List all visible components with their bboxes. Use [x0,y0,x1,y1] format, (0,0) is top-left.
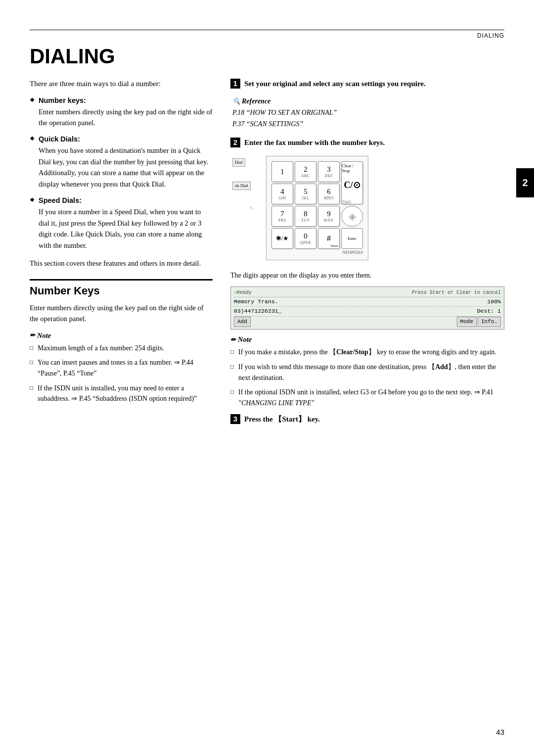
display-row-1: ○Ready Press Start or Clear to cancel [234,289,501,297]
note-heading-right: ✏ Note [230,335,504,344]
key-clear-stop[interactable]: Clear / Stop C/⊙ [341,161,363,204]
display-soft-buttons: Add [234,317,251,328]
reference-icon: 🔍 [232,97,240,105]
left-column: There are three main ways to dial a numb… [30,78,213,424]
right-note-item-2: If the optional ISDN unit is installed, … [230,387,504,408]
key-start[interactable]: Start ◈ [341,206,363,227]
display-press-start: Press Start or Clear to cancel [412,289,501,297]
step2-heading: 2 Enter the fax number with the number k… [230,137,504,148]
key-2[interactable]: 2ABC [295,161,316,182]
page-title: DIALING [30,45,504,68]
keypad-grid: 1 2ABC 3DEF Clear / Stop C/⊙ 4GHI 5JKL 6… [271,161,363,249]
key-4[interactable]: 4GHI [271,184,293,204]
keypad-container: 1 2ABC 3DEF Clear / Stop C/⊙ 4GHI 5JKL 6… [266,156,368,260]
step2-text: Enter the fax number with the number key… [244,137,385,148]
bullet-title-quick-dials: Quick Dials: [30,135,213,143]
display-row-4: Add Mode Info. [234,317,501,328]
note-icon-right: ✏ [230,336,236,344]
bullet-speed-dials: Speed Dials: If you store a number in a … [30,196,213,251]
step3-block: 3 Press the 【Start】 key. [230,414,504,424]
key-8[interactable]: 8TUV [295,206,316,227]
bullet-title-speed-dials: Speed Dials: [30,196,213,204]
intro-text: There are three main ways to dial a numb… [30,78,213,90]
step1-block: 1 Set your original and select any scan … [230,78,504,90]
keypad-label-dial: Dial [232,158,245,167]
bullet-body-quick-dials: When you have stored a destination's num… [30,145,213,189]
step3-text: Press the 【Start】 key. [244,415,320,424]
display-number: 03)4471226231_ [234,307,282,316]
number-keys-section-title: Number Keys [30,284,213,297]
key-0[interactable]: 0QPER [295,228,316,249]
right-note-item-0: If you make a mistake, press the 【Clear/… [230,347,504,358]
reference-block: 🔍 Reference P.18 “HOW TO SET AN ORIGINAL… [230,97,504,129]
page-number: 43 [496,728,504,736]
key-6[interactable]: 6MNO [318,184,340,204]
keypad-note: ND3P02E0 [271,250,363,255]
bullet-number-keys: Number keys: Enter numbers directly usin… [30,96,213,129]
step3-number: 3 [230,414,240,424]
step1-number: 1 [230,79,240,89]
number-keys-section: Number Keys Enter numbers directly using… [30,279,213,404]
reference-heading: 🔍 Reference [232,97,504,105]
chapter-tab: 2 [516,168,534,197]
key-1[interactable]: 1 [271,161,293,182]
reference-item-0: P.18 “HOW TO SET AN ORIGINAL” [232,107,504,118]
display-dest: Dest: 1 [477,307,501,316]
bullet-title-number-keys: Number keys: [30,96,213,104]
header-section-label: DIALING [477,32,504,39]
display-row-2: Memory Trans. 100% [234,297,501,307]
bullet-body-number-keys: Enter numbers directly using the key pad… [30,106,213,129]
display-ready: ○Ready [234,289,252,297]
key-enter[interactable]: Enter [341,228,363,249]
key-7[interactable]: 7PRS [271,206,293,227]
soft-btn-mode[interactable]: Mode [457,317,477,328]
reference-item-1: P.37 “SCAN SETTINGS” [232,119,504,129]
display-screen: ○Ready Press Start or Clear to cancel Me… [230,286,504,330]
soft-btn-add[interactable]: Add [234,317,251,328]
bullet-quick-dials: Quick Dials: When you have stored a dest… [30,135,213,189]
display-row-3: 03)4471226231_ Dest: 1 [234,307,501,316]
key-5[interactable]: 5JKL [295,184,316,204]
note-item-left-2: If the ISDN unit is installed, you may n… [30,383,213,404]
note-icon-left: ✏ [30,331,35,339]
right-column: 1 Set your original and select any scan … [230,78,504,424]
key-hash[interactable]: #Enter [318,228,340,249]
keypad-label-qdial: ok Dial [232,182,251,190]
key-star[interactable]: ✱/★ [271,228,293,249]
step2-block: 2 Enter the fax number with the number k… [230,137,504,148]
note-item-left-1: You can insert pauses and tones in a fax… [30,357,213,378]
section-note: This section covers these features and o… [30,258,213,269]
right-note-item-1: If you wish to send this message to more… [230,362,504,383]
soft-btn-info[interactable]: Info. [478,317,501,328]
two-column-layout: There are three main ways to dial a numb… [30,78,504,424]
digits-text: The digits appear on the display as you … [230,270,504,281]
step1-text: Set your original and select any scan se… [244,78,426,90]
display-memory-trans: Memory Trans. [234,297,278,306]
bullet-body-speed-dials: If you store a number in a Speed Dial, w… [30,206,213,251]
keypad-wrapper: Dial ok Dial / . 1 2ABC 3DEF Clear / Sto… [266,156,504,266]
key-3[interactable]: 3DEF [318,161,340,182]
keypad-label-slash: / . [250,205,254,210]
display-soft-buttons-right: Mode Info. [457,317,501,328]
header-bar: DIALING [30,30,504,39]
step1-heading: 1 Set your original and select any scan … [230,78,504,90]
note-item-left-0: Maximum length of a fax number: 254 digi… [30,343,213,354]
number-keys-intro: Enter numbers directly using the key pad… [30,302,213,325]
step2-number: 2 [230,138,240,147]
key-9[interactable]: 9WXY [318,206,340,227]
page-content: DIALING There are three main ways to dia… [30,40,504,726]
note-heading-left: ✏ Note [30,331,213,340]
display-100pct: 100% [487,297,501,306]
